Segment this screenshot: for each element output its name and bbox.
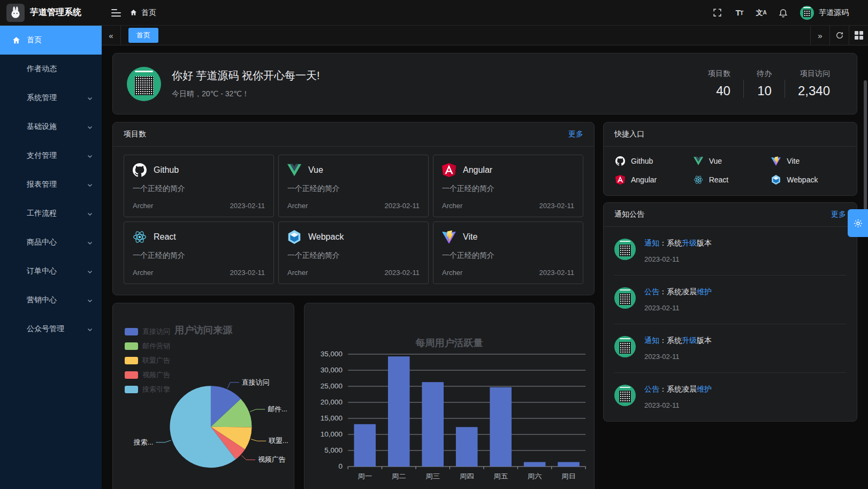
- notice-item-3[interactable]: 公告：系统凌晨维护 2023-02-11: [614, 373, 846, 421]
- user-menu[interactable]: 芋道源码: [800, 6, 849, 20]
- github-icon: [615, 156, 625, 166]
- project-card-4[interactable]: Webpack 一个正经的简介 Archer 2023-02-11: [278, 221, 429, 284]
- pie-callout-label: 搜索...: [133, 438, 154, 446]
- tab-home[interactable]: 首页: [128, 28, 158, 43]
- greeting-title: 你好 芋道源码 祝你开心每一天!: [172, 68, 320, 83]
- chevron-down-icon: [87, 326, 93, 332]
- project-card-3[interactable]: React 一个正经的简介 Archer 2023-02-11: [124, 221, 274, 284]
- project-date: 2023-02-11: [384, 269, 420, 277]
- bar-周五[interactable]: [490, 387, 512, 467]
- legend-item-1[interactable]: 邮件营销: [125, 341, 170, 351]
- blank-icon: [12, 238, 21, 247]
- x-tick-label: 周六: [528, 472, 542, 480]
- project-desc: 一个正经的简介: [133, 251, 265, 261]
- angular-icon: [615, 175, 625, 185]
- sidebar-item-2[interactable]: 系统管理: [0, 83, 102, 112]
- theme-settings-button[interactable]: [848, 209, 868, 237]
- project-card-5[interactable]: Vite 一个正经的简介 Archer 2023-02-11: [433, 221, 583, 284]
- shortcut-github[interactable]: Github: [615, 156, 689, 166]
- notice-item-2[interactable]: 通知：系统升级版本 2023-02-11: [614, 324, 846, 373]
- sidebar-item-4[interactable]: 支付管理: [0, 141, 102, 170]
- pie-callout-line: [156, 440, 171, 442]
- shortcut-webpack[interactable]: Webpack: [771, 175, 845, 185]
- legend-item-3[interactable]: 视频广告: [125, 370, 170, 380]
- shortcut-label: Vite: [787, 157, 800, 165]
- bar-chart[interactable]: 05,00010,00015,00020,00025,00030,00035,0…: [304, 342, 594, 489]
- legend-label: 视频广告: [142, 370, 170, 380]
- tabs-menu-icon[interactable]: [849, 26, 868, 45]
- chevron-down-icon: [87, 95, 93, 101]
- project-date: 2023-02-11: [230, 269, 265, 277]
- refresh-icon[interactable]: [829, 26, 849, 45]
- tabs-scroll-left-icon[interactable]: «: [102, 26, 121, 45]
- github-icon: [133, 163, 147, 177]
- projects-more-link[interactable]: 更多: [568, 129, 583, 139]
- bar-周六[interactable]: [524, 462, 546, 467]
- chevron-down-icon: [87, 268, 93, 274]
- blank-icon: [12, 65, 21, 74]
- legend-swatch: [125, 328, 138, 335]
- bar-周四[interactable]: [456, 427, 478, 467]
- shortcut-angular[interactable]: Angular: [615, 175, 689, 185]
- stat-label: 项目访问: [798, 69, 830, 79]
- dashboard-content: 你好 芋道源码 祝你开心每一天! 今日晴，20℃ - 32℃！ 项目数 40 待…: [102, 45, 868, 489]
- sidebar-item-6[interactable]: 工作流程: [0, 199, 102, 228]
- project-desc: 一个正经的简介: [442, 184, 574, 194]
- project-card-1[interactable]: Vue 一个正经的简介 Archer 2023-02-11: [278, 155, 429, 217]
- sidebar-item-10[interactable]: 公众号管理: [0, 315, 102, 343]
- shortcut-vite[interactable]: Vite: [771, 156, 845, 166]
- blank-icon: [12, 267, 21, 276]
- sidebar-item-0[interactable]: 首页: [0, 26, 102, 55]
- y-tick-label: 5,000: [324, 447, 342, 454]
- sidebar-item-9[interactable]: 营销中心: [0, 286, 102, 315]
- project-desc: 一个正经的简介: [287, 251, 420, 261]
- sidebar-item-7[interactable]: 商品中心: [0, 228, 102, 257]
- sidebar-item-1[interactable]: 作者动态: [0, 55, 102, 83]
- bell-icon[interactable]: [778, 7, 788, 18]
- notice-title: 通知：系统升级版本: [644, 336, 712, 346]
- project-desc: 一个正经的简介: [287, 184, 420, 194]
- notice-avatar: [614, 336, 636, 357]
- bar-周日[interactable]: [558, 462, 580, 467]
- app-logo[interactable]: [6, 4, 25, 22]
- notices-more-link[interactable]: 更多: [831, 210, 846, 219]
- project-card-0[interactable]: Github 一个正经的简介 Archer 2023-02-11: [124, 155, 274, 217]
- stat-value: 2,340: [798, 83, 830, 98]
- font-size-icon[interactable]: TT: [734, 7, 744, 18]
- shortcut-react[interactable]: React: [694, 175, 767, 185]
- chevron-down-icon: [87, 239, 93, 246]
- chevron-down-icon: [87, 152, 93, 159]
- bar-周二[interactable]: [388, 356, 410, 467]
- username: 芋道源码: [819, 8, 849, 18]
- sidebar-item-label: 公众号管理: [27, 324, 64, 334]
- notice-item-1[interactable]: 公告：系统凌晨维护 2023-02-11: [614, 276, 846, 324]
- shortcuts-panel: 快捷入口 Github Vue Vite Angular React Webpa…: [603, 122, 857, 196]
- sidebar-item-8[interactable]: 订单中心: [0, 257, 102, 286]
- sidebar-menu: 首页 作者动态 系统管理 基础设施 支付管理 报表管理 工作流程: [0, 26, 102, 343]
- shortcuts-panel-title: 快捷入口: [614, 129, 644, 139]
- x-tick-label: 周五: [493, 472, 508, 480]
- project-date: 2023-02-11: [539, 202, 574, 210]
- legend-item-4[interactable]: 搜索引擎: [125, 385, 170, 394]
- notice-item-0[interactable]: 通知：系统升级版本 2023-02-11: [614, 227, 846, 276]
- y-tick-label: 35,000: [321, 350, 342, 358]
- pie-callout-label: 视频广告: [258, 455, 286, 463]
- tabs-scroll-right-icon[interactable]: »: [810, 26, 829, 45]
- bar-周一[interactable]: [354, 424, 376, 467]
- sidebar-item-label: 作者动态: [27, 64, 57, 74]
- pie-callout-line: [251, 439, 266, 441]
- bar-周三[interactable]: [422, 382, 444, 467]
- menu-fold-icon[interactable]: [111, 9, 121, 17]
- sidebar-item-3[interactable]: 基础设施: [0, 112, 102, 141]
- y-tick-label: 10,000: [321, 431, 342, 438]
- project-card-2[interactable]: Angular 一个正经的简介 Archer 2023-02-11: [433, 155, 583, 217]
- fullscreen-icon[interactable]: [712, 7, 722, 18]
- vue-icon: [694, 156, 703, 166]
- language-icon[interactable]: 文A: [756, 7, 766, 18]
- legend-item-0[interactable]: 直接访问: [125, 327, 170, 337]
- breadcrumb[interactable]: 首页: [130, 8, 156, 18]
- project-date: 2023-02-11: [230, 202, 265, 210]
- sidebar-item-5[interactable]: 报表管理: [0, 170, 102, 199]
- legend-item-2[interactable]: 联盟广告: [125, 356, 170, 365]
- shortcut-vue[interactable]: Vue: [694, 156, 767, 166]
